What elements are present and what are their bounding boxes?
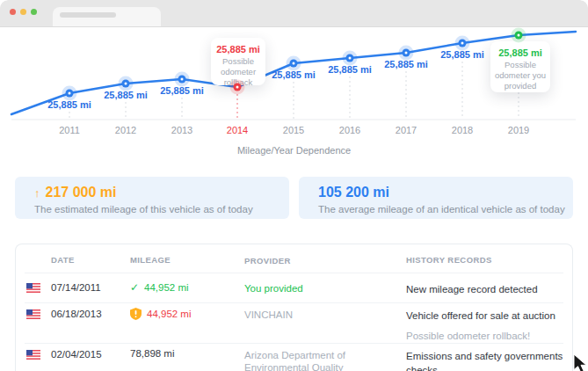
- close-window-button[interactable]: [10, 9, 16, 15]
- column-header-date: DATE: [51, 255, 75, 265]
- us-flag-icon: [26, 350, 40, 360]
- average-mileage-value: 105 200 mi: [318, 185, 389, 200]
- chart-year-2016: 2016: [339, 125, 360, 135]
- chart-year-2015: 2015: [283, 125, 304, 135]
- window-chrome: [0, 0, 588, 27]
- chart-year-2011: 2011: [59, 125, 80, 135]
- chart-mileage-label-2012: 25,885 mi: [104, 90, 148, 100]
- chart-mileage-label-2018: 25,885 mi: [440, 49, 484, 60]
- history-records-cell: Vehicle offered for sale at auctionPossi…: [406, 309, 563, 343]
- chart-point-2015[interactable]: [290, 60, 298, 68]
- estimated-mileage-description: The estimated mileage of this vehicle as…: [34, 204, 289, 215]
- chart-caption: Mileage/Year Dependence: [0, 145, 588, 156]
- record-provider: VINCHAIN: [244, 309, 404, 321]
- table-row: 06/18/201344,952 miVINCHAINVehicle offer…: [16, 303, 572, 344]
- chart-point-2011[interactable]: [66, 90, 74, 98]
- chart-year-2012: 2012: [115, 125, 136, 135]
- success-tooltip: 25,885 miPossible odometer you provided: [490, 41, 550, 92]
- estimated-mileage-card: ↑ 217 000 mi The estimated mileage of th…: [15, 177, 289, 219]
- chart-point-2017[interactable]: [403, 49, 410, 57]
- table-header: DATEMILEAGEPROVIDERHISTORY RECORDS: [16, 244, 572, 273]
- column-header-provider: PROVIDER: [244, 255, 404, 267]
- record-provider: Arizona Department of Environmental Qual…: [244, 349, 404, 371]
- history-records-cell: Emissions and safety governments checksR…: [406, 349, 563, 371]
- record-date: 06/18/2013: [51, 309, 102, 319]
- check-icon: ✓: [130, 281, 139, 294]
- chart-mileage-label-2013: 25,885 mi: [160, 85, 204, 96]
- column-header-mileage: MILEAGE: [130, 255, 171, 265]
- chart-mileage-label-2015: 25,885 mi: [272, 69, 316, 80]
- history-record-text: Emissions and safety governments checks: [406, 351, 563, 371]
- chart-year-2013: 2013: [171, 125, 192, 135]
- record-date: 02/04/2015: [51, 349, 102, 360]
- minimize-window-button[interactable]: [20, 9, 26, 15]
- history-record-text: New mileage record detected: [406, 284, 538, 295]
- average-mileage-description: The average mileage of an identical vehi…: [318, 204, 573, 215]
- chart-year-2017: 2017: [396, 125, 417, 135]
- chart-point-2012[interactable]: [122, 80, 130, 88]
- chart-point-2016[interactable]: [346, 55, 354, 62]
- history-record-text: Possible odometer rollback!: [406, 331, 530, 341]
- record-mileage: 44,952 mi: [144, 282, 189, 293]
- maximize-window-button[interactable]: [31, 9, 37, 15]
- history-record-text: Vehicle offered for sale at auction: [406, 310, 555, 321]
- record-mileage: 78,898 mi: [130, 348, 175, 359]
- us-flag-icon: [26, 309, 40, 319]
- mileage-history-table: DATEMILEAGEPROVIDERHISTORY RECORDS07/14/…: [15, 244, 573, 371]
- record-mileage: 44,952 mi: [147, 309, 192, 319]
- table-row: 02/04/201578,898 miArizona Department of…: [16, 344, 572, 371]
- average-mileage-card: 105 200 mi The average mileage of an ide…: [299, 177, 573, 219]
- chart-year-2019: 2019: [508, 125, 529, 135]
- alert-tooltip: 25,885 miPossible odometer rollback: [211, 38, 265, 85]
- tab-title-placeholder: [60, 12, 116, 18]
- browser-window: 25,885 mi201125,885 mi201225,885 mi20132…: [0, 0, 588, 371]
- chart-point-2019[interactable]: [515, 32, 523, 40]
- chart-year-2018: 2018: [452, 125, 473, 135]
- mileage-cell: 44,952 mi: [130, 308, 192, 320]
- chart-mileage-label-2011: 25,885 mi: [47, 99, 91, 110]
- us-flag-icon: [26, 283, 40, 293]
- mouse-cursor: [573, 353, 588, 371]
- record-provider: You provided: [244, 282, 404, 295]
- column-header-history-records: HISTORY RECORDS: [406, 255, 563, 265]
- warning-shield-icon: [130, 308, 142, 320]
- tooltip-note: Possible odometer you provided: [490, 60, 550, 91]
- table-row: 07/14/2011✓44,952 miYou providedNew mile…: [16, 273, 572, 303]
- record-date: 07/14/2011: [51, 282, 101, 293]
- arrow-up-icon: ↑: [34, 186, 40, 200]
- tooltip-mileage-value: 25,885 mi: [211, 44, 265, 55]
- chart-mileage-label-2017: 25,885 mi: [384, 59, 428, 69]
- estimated-mileage-value: 217 000 mi: [46, 185, 117, 200]
- chart-point-2014[interactable]: [234, 84, 242, 91]
- history-records-cell: New mileage record detected: [406, 282, 563, 296]
- chart-point-2013[interactable]: [178, 76, 186, 84]
- mileage-cell: ✓44,952 mi: [130, 281, 189, 294]
- chart-mileage-label-2016: 25,885 mi: [328, 64, 372, 75]
- tooltip-mileage-value: 25,885 mi: [490, 47, 550, 58]
- browser-tab[interactable]: [53, 7, 161, 26]
- mileage-cell: 78,898 mi: [130, 348, 175, 359]
- chart-year-2014: 2014: [227, 125, 248, 135]
- chart-point-2018[interactable]: [459, 40, 467, 47]
